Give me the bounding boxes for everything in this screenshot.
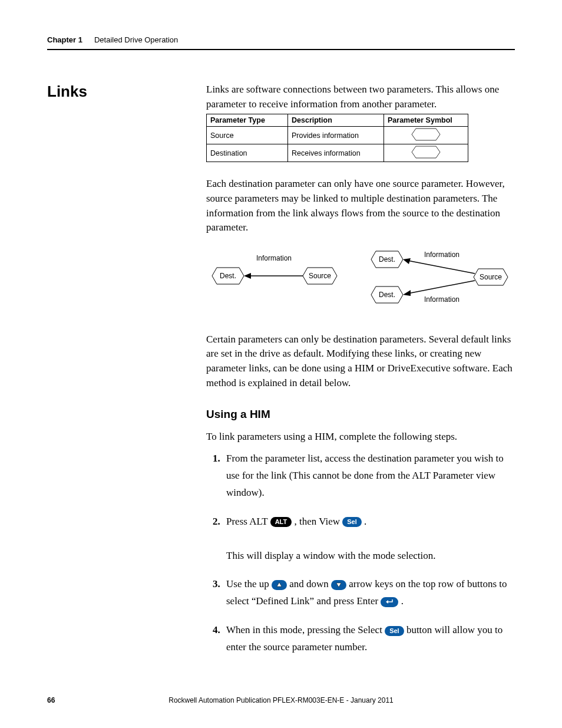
step-4-body: When in this mode, pressing the Select S…: [226, 624, 503, 653]
step-4: When in this mode, pressing the Select S…: [223, 622, 515, 656]
up-arrow-icon: [272, 580, 287, 590]
paragraph-2: Each destination parameter can only have…: [206, 177, 515, 235]
text: Press ALT: [226, 516, 270, 527]
svg-marker-15: [386, 600, 388, 604]
down-arrow-icon: [331, 580, 346, 590]
step-1: From the parameter list, access the dest…: [223, 450, 515, 502]
svg-marker-1: [412, 146, 440, 158]
enter-icon: [381, 597, 398, 607]
th-type: Parameter Type: [207, 114, 288, 127]
svg-marker-14: [336, 583, 341, 587]
paragraph-3: Certain parameters can only be destinati…: [206, 332, 515, 391]
text: .: [364, 516, 366, 527]
svg-marker-10: [403, 258, 411, 264]
cell-symbol: [384, 144, 468, 162]
svg-line-11: [408, 281, 475, 294]
hexagon-icon: [411, 146, 441, 159]
hexagon-icon: [411, 128, 441, 141]
svg-marker-13: [277, 582, 282, 587]
text: Use the up: [226, 578, 272, 589]
diagram-right: Dest. Dest. Source Information Informati…: [365, 250, 513, 309]
svg-line-9: [408, 261, 475, 274]
th-desc: Description: [288, 114, 384, 127]
text: .: [401, 595, 404, 607]
page-header: Chapter 1 Detailed Drive Operation: [47, 35, 515, 50]
dest-label: Dest.: [379, 255, 395, 263]
text: and down: [289, 578, 331, 589]
text: , then View: [294, 516, 342, 527]
parameter-table: Parameter Type Description Parameter Sym…: [206, 114, 468, 162]
step-2-note: This will display a window with the mode…: [226, 550, 436, 561]
page-footer: 66 Rockwell Automation Publication PFLEX…: [47, 696, 515, 704]
info-label: Information: [256, 254, 292, 262]
th-symbol: Parameter Symbol: [384, 114, 468, 127]
source-label: Source: [480, 273, 502, 281]
info-label: Information: [424, 251, 459, 259]
info-label: Information: [424, 295, 459, 304]
svg-marker-0: [412, 129, 440, 140]
cell-type: Destination: [207, 144, 288, 162]
right-column: Links are software connections between t…: [206, 83, 515, 668]
left-column: Links: [47, 83, 206, 668]
section-title: Links: [47, 83, 206, 101]
diagram-left: Information Dest. Source: [206, 250, 342, 297]
cell-desc: Receives information: [288, 144, 384, 162]
cell-symbol: [384, 127, 468, 144]
content-row: Links Links are software connections bet…: [47, 83, 515, 668]
sel-button-icon: Sel: [342, 517, 362, 527]
cell-desc: Provides information: [288, 127, 384, 144]
table-row: Destination Receives information: [207, 144, 468, 162]
step-3-body: Use the up and down arrow keys on the to…: [226, 578, 507, 607]
step-3: Use the up and down arrow keys on the to…: [223, 576, 515, 610]
him-lead: To link parameters using a HIM, complete…: [206, 430, 515, 444]
table-header-row: Parameter Type Description Parameter Sym…: [207, 114, 468, 127]
source-label: Source: [309, 272, 331, 280]
cell-type: Source: [207, 127, 288, 144]
step-2-body: Press ALT ALT , then View Sel . This wil…: [226, 516, 436, 561]
dest-label: Dest.: [379, 291, 395, 299]
sel-button-icon: Sel: [385, 626, 404, 636]
steps-list: From the parameter list, access the dest…: [206, 450, 515, 656]
step-1-text: From the parameter list, access the dest…: [226, 453, 504, 498]
text: When in this mode, pressing the Select: [226, 624, 385, 635]
chapter-label: Chapter 1: [47, 35, 82, 44]
svg-marker-12: [403, 290, 411, 296]
subheading-him: Using a HIM: [206, 408, 515, 421]
svg-marker-5: [244, 273, 251, 279]
page-number: 66: [47, 696, 55, 704]
chapter-title: Detailed Drive Operation: [94, 35, 178, 44]
publication-info: Rockwell Automation Publication PFLEX-RM…: [168, 696, 394, 704]
table-row: Source Provides information: [207, 127, 468, 144]
dest-label: Dest.: [220, 272, 236, 280]
intro-paragraph: Links are software connections between t…: [206, 83, 515, 111]
step-2: Press ALT ALT , then View Sel . This wil…: [223, 513, 515, 565]
alt-button-icon: ALT: [270, 517, 292, 527]
link-diagram: Information Dest. Source Dest. Dest. Sou…: [206, 250, 515, 309]
